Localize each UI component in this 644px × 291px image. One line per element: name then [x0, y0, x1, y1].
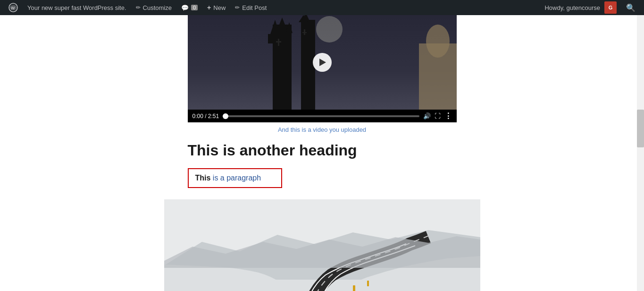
edit-pencil-icon: ✏: [235, 4, 240, 11]
pencil-icon: ✏: [136, 4, 141, 11]
new-label: New: [213, 4, 226, 11]
comment-bubble-icon: 💬: [181, 4, 189, 11]
landscape-svg: [164, 199, 480, 291]
snowy-road-image: [164, 199, 480, 291]
scrollbar-thumb[interactable]: [637, 110, 644, 147]
search-icon: 🔍: [626, 3, 636, 12]
customize-label: Customize: [143, 4, 172, 11]
post-heading: This is another heading: [188, 141, 457, 161]
svg-rect-25: [353, 285, 355, 291]
video-caption: And this is a video you uploaded: [188, 126, 457, 133]
svg-point-13: [426, 25, 450, 58]
page-scrollbar[interactable]: [637, 15, 644, 291]
video-control-icons: 🔊 ⛶ ⋮: [423, 111, 452, 120]
video-block: 0:00 / 2:51 🔊 ⛶ ⋮: [188, 15, 457, 122]
progress-indicator: [223, 113, 228, 119]
comments-link[interactable]: 💬 0: [176, 0, 202, 15]
adminbar-right-section: Howdy, gutencourse G 🔍: [540, 0, 640, 15]
svg-text:W: W: [11, 6, 15, 10]
customize-link[interactable]: ✏ Customize: [131, 0, 176, 15]
admin-bar: W Your new super fast WordPress site. ✏ …: [0, 0, 644, 15]
page-wrapper: 0:00 / 2:51 🔊 ⛶ ⋮ And this is a video yo…: [0, 15, 644, 291]
wp-logo-button[interactable]: W: [4, 0, 23, 15]
svg-rect-26: [367, 281, 369, 286]
plus-icon: +: [207, 4, 211, 11]
more-options-icon[interactable]: ⋮: [444, 111, 452, 120]
svg-rect-18: [302, 32, 307, 33]
play-button[interactable]: [313, 53, 332, 72]
volume-icon[interactable]: 🔊: [423, 112, 431, 120]
howdy-user-link[interactable]: Howdy, gutencourse G: [540, 0, 621, 15]
content-area: 0:00 / 2:51 🔊 ⛶ ⋮ And this is a video yo…: [0, 15, 644, 291]
wordpress-icon: W: [8, 3, 18, 12]
comments-count: 0: [191, 5, 198, 10]
paragraph-rest-text: is a paragraph: [210, 174, 261, 182]
video-controls-bar: 0:00 / 2:51 🔊 ⛶ ⋮: [188, 110, 457, 122]
video-progress-bar[interactable]: [223, 115, 419, 117]
site-name-text: Your new super fast WordPress site.: [27, 4, 126, 11]
paragraph-block-highlighted: This is a paragraph: [188, 168, 282, 188]
play-triangle-icon: [319, 59, 326, 66]
paragraph-this-word: This: [195, 174, 211, 182]
svg-rect-11: [276, 41, 281, 43]
user-avatar: G: [604, 1, 617, 14]
fullscreen-icon[interactable]: ⛶: [435, 112, 441, 120]
video-placeholder: [188, 15, 457, 110]
search-admin-button[interactable]: 🔍: [621, 0, 640, 15]
edit-post-link[interactable]: ✏ Edit Post: [230, 0, 271, 15]
paragraph-text: This is a paragraph: [195, 174, 261, 182]
video-time: 0:00 / 2:51: [192, 113, 219, 120]
new-content-link[interactable]: + New: [202, 0, 230, 15]
howdy-text: Howdy, gutencourse: [544, 4, 600, 11]
edit-post-label: Edit Post: [242, 4, 267, 11]
site-name-link[interactable]: Your new super fast WordPress site.: [23, 0, 131, 15]
